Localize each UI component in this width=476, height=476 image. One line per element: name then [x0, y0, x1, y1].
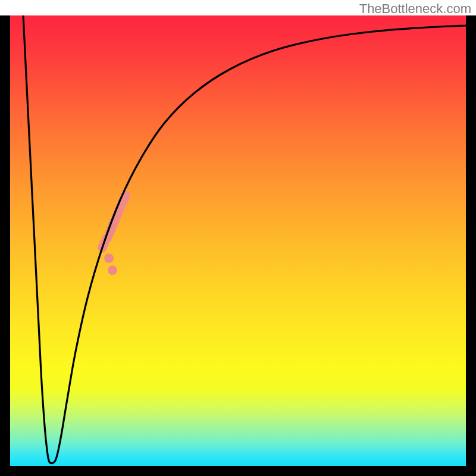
bottleneck-curve: [23, 15, 466, 464]
highlight-markers: [98, 191, 130, 275]
highlight-marker: [104, 253, 114, 263]
plot-area: [10, 15, 466, 466]
chart-svg: [10, 15, 466, 466]
chart-frame: [0, 15, 476, 476]
watermark-text: TheBottleneck.com: [359, 1, 471, 17]
highlight-marker: [108, 265, 117, 275]
